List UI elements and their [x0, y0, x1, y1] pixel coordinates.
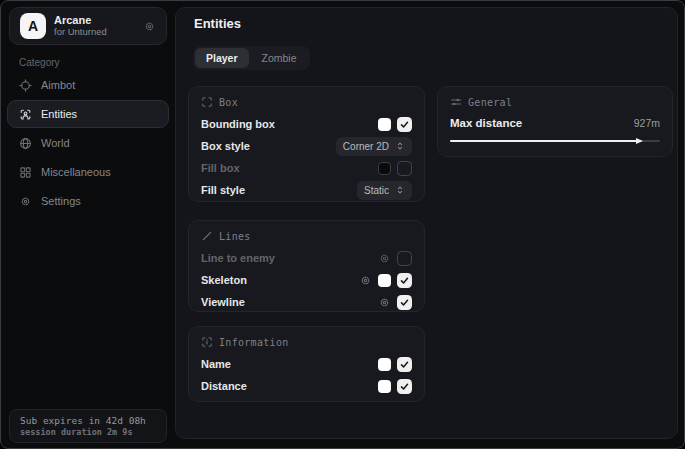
- main-panel: Entities Player Zombie Box Bounding box: [175, 7, 678, 439]
- row-label: Fill style: [201, 184, 245, 196]
- sliders-icon: [450, 96, 462, 108]
- max-distance-value: 927m: [634, 117, 660, 129]
- fill-style-select[interactable]: Static: [357, 181, 412, 200]
- tab-player[interactable]: Player: [195, 48, 249, 68]
- setting-row-bounding-box: Bounding box: [201, 113, 412, 135]
- info-scan-icon: [201, 336, 213, 348]
- select-value: Corner 2D: [343, 141, 389, 152]
- setting-row-distance: Distance: [201, 375, 412, 397]
- checkbox-unchecked[interactable]: [397, 161, 412, 176]
- logo-letter: A: [28, 18, 38, 34]
- max-distance-label: Max distance: [450, 117, 522, 129]
- row-gear-icon[interactable]: [359, 274, 372, 287]
- row-gear-icon[interactable]: [378, 296, 391, 309]
- row-label: Viewline: [201, 296, 245, 308]
- sidebar-item-label: Entities: [41, 108, 77, 120]
- sidebar-item-label: Settings: [41, 195, 81, 207]
- setting-row-fill-box: Fill box: [201, 157, 412, 179]
- setting-row-name: Name: [201, 353, 412, 375]
- person-scan-icon: [19, 108, 32, 121]
- app-logo: A: [20, 13, 46, 39]
- checkbox-checked[interactable]: [397, 379, 412, 394]
- checkbox-checked[interactable]: [397, 357, 412, 372]
- color-swatch[interactable]: [378, 380, 391, 393]
- subscription-card: Sub expires in 42d 08h session duration …: [9, 409, 167, 443]
- app-name: Arcane: [54, 14, 107, 27]
- lines-card-title: Lines: [219, 231, 251, 242]
- row-label: Distance: [201, 380, 247, 392]
- diagonal-line-icon: [201, 230, 213, 242]
- sidebar-item-label: Aimbot: [41, 79, 75, 91]
- box-card-header: Box: [201, 95, 412, 109]
- brand-text: Arcane for Unturned: [54, 14, 107, 38]
- max-distance-slider[interactable]: [450, 137, 660, 145]
- unfold-icon: [395, 141, 405, 151]
- color-swatch[interactable]: [378, 162, 391, 175]
- tab-zombie[interactable]: Zombie: [251, 48, 308, 68]
- checkbox-checked[interactable]: [397, 295, 412, 310]
- color-swatch[interactable]: [378, 274, 391, 287]
- row-label: Box style: [201, 140, 250, 152]
- unfold-icon: [395, 185, 405, 195]
- category-label: Category: [19, 57, 60, 68]
- app-subtitle: for Unturned: [54, 27, 107, 38]
- select-value: Static: [364, 185, 389, 196]
- slider-fill-with-arrow-thumb[interactable]: [450, 140, 641, 142]
- globe-icon: [19, 137, 32, 150]
- sidebar-item-settings[interactable]: Settings: [7, 187, 169, 215]
- setting-row-skeleton: Skeleton: [201, 269, 412, 291]
- sidebar-item-label: World: [41, 137, 70, 149]
- app-window: A Arcane for Unturned Category Aimbo: [0, 0, 685, 449]
- sidebar-item-miscellaneous[interactable]: Miscellaneous: [7, 158, 169, 186]
- session-duration: session duration 2m 9s: [20, 427, 156, 437]
- checkbox-checked[interactable]: [397, 117, 412, 132]
- page-title: Entities: [194, 16, 241, 31]
- sidebar-item-world[interactable]: World: [7, 129, 169, 157]
- max-distance-row: Max distance 927m: [450, 113, 660, 133]
- setting-row-fill-style: Fill style Static: [201, 179, 412, 201]
- crosshair-icon: [19, 79, 32, 92]
- box-card-title: Box: [219, 97, 238, 108]
- row-label: Fill box: [201, 162, 240, 174]
- color-swatch[interactable]: [378, 118, 391, 131]
- general-card-header: General: [450, 95, 660, 109]
- checkbox-checked[interactable]: [397, 273, 412, 288]
- setting-row-line-to-enemy: Line to enemy: [201, 247, 412, 269]
- lines-card-header: Lines: [201, 229, 412, 243]
- lines-card: Lines Line to enemy Skeleton: [188, 220, 425, 312]
- box-card: Box Bounding box Box style Corner 2D: [188, 86, 425, 202]
- general-card-title: General: [468, 97, 512, 108]
- brand-card: A Arcane for Unturned: [9, 7, 167, 45]
- sidebar: A Arcane for Unturned Category Aimbo: [1, 1, 175, 448]
- row-label: Name: [201, 358, 231, 370]
- sidebar-nav: Aimbot Entities World: [7, 71, 169, 216]
- setting-row-viewline: Viewline: [201, 291, 412, 313]
- color-swatch[interactable]: [378, 358, 391, 371]
- row-label: Line to enemy: [201, 252, 275, 264]
- grid-icon: [19, 166, 32, 179]
- settings-gear-icon[interactable]: [143, 20, 156, 33]
- subscription-expiry: Sub expires in 42d 08h: [20, 415, 156, 426]
- box-style-select[interactable]: Corner 2D: [336, 137, 412, 156]
- general-card: General Max distance 927m: [437, 86, 673, 157]
- setting-row-box-style: Box style Corner 2D: [201, 135, 412, 157]
- row-label: Skeleton: [201, 274, 247, 286]
- tab-bar: Player Zombie: [193, 46, 310, 70]
- sidebar-item-label: Miscellaneous: [41, 166, 111, 178]
- information-card-header: Information: [201, 335, 412, 349]
- row-gear-icon[interactable]: [378, 252, 391, 265]
- checkbox-unchecked[interactable]: [397, 251, 412, 266]
- bounding-box-icon: [201, 96, 213, 108]
- row-label: Bounding box: [201, 118, 275, 130]
- gear-icon: [19, 195, 32, 208]
- information-card-title: Information: [219, 337, 289, 348]
- sidebar-item-entities[interactable]: Entities: [7, 100, 169, 128]
- information-card: Information Name Distance: [188, 326, 425, 402]
- sidebar-item-aimbot[interactable]: Aimbot: [7, 71, 169, 99]
